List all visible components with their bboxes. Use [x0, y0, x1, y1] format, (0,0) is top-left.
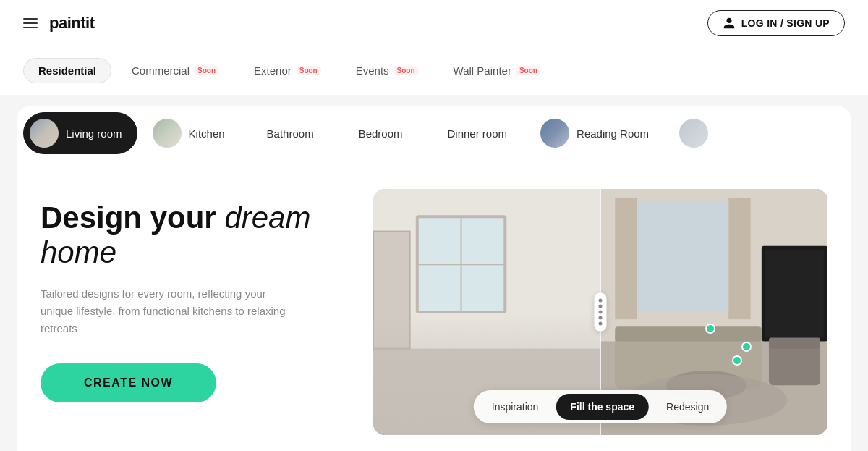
handle-dot-3: [599, 311, 603, 314]
svg-rect-13: [615, 198, 637, 319]
hero-title: Design your dream home: [41, 201, 344, 271]
hero-text: Design your dream home Tailored designs …: [41, 189, 344, 402]
tab-commercial[interactable]: Commercial Soon: [117, 59, 234, 83]
dinner-room-label: Dinner room: [448, 127, 508, 140]
divider-handle[interactable]: [595, 293, 607, 332]
handle-dot-2: [599, 305, 603, 308]
soon-badge-exterior: Soon: [296, 66, 321, 75]
svg-rect-20: [769, 337, 820, 348]
bedroom-label: Bedroom: [359, 127, 403, 140]
main-content: Living room Kitchen Bathroom Bedroom Din…: [0, 95, 868, 451]
green-dot-1[interactable]: [705, 324, 715, 334]
soon-badge-events: Soon: [393, 66, 419, 75]
green-dot-2[interactable]: [741, 342, 752, 352]
kitchen-label: Kitchen: [189, 127, 225, 140]
nav-tabs: Residential Commercial Soon Exterior Soo…: [0, 46, 868, 95]
bathroom-label: Bathroom: [267, 127, 314, 140]
tab-exterior[interactable]: Exterior Soon: [239, 59, 336, 83]
handle-dot-5: [599, 322, 603, 326]
logo: paintit: [49, 14, 95, 33]
svg-rect-18: [615, 326, 762, 341]
reading-room-thumb: [540, 119, 569, 148]
kitchen-thumb: [153, 119, 182, 148]
tab-redesign[interactable]: Redesign: [652, 394, 723, 420]
login-button[interactable]: LOG IN / SIGN UP: [707, 10, 845, 36]
soon-badge-commercial: Soon: [194, 66, 219, 75]
user-icon: [723, 17, 736, 30]
living-room-thumb: [30, 119, 59, 148]
reading-room-label: Reading Room: [576, 127, 649, 140]
svg-rect-7: [373, 232, 410, 349]
svg-rect-16: [765, 250, 824, 338]
room-chip-kitchen[interactable]: Kitchen: [146, 112, 240, 154]
room-chip-bathroom[interactable]: Bathroom: [249, 119, 332, 148]
hero-section: Design your dream home Tailored designs …: [17, 166, 851, 451]
room-chip-bedroom[interactable]: Bedroom: [341, 119, 421, 148]
tab-inspiration[interactable]: Inspiration: [477, 394, 553, 420]
handle-dot-4: [599, 316, 603, 320]
tab-events[interactable]: Events Soon: [341, 59, 433, 83]
header-left: paintit: [23, 14, 95, 33]
hamburger-menu[interactable]: [23, 18, 38, 28]
image-comparison: Inspiration Fill the space Redesign: [373, 189, 827, 435]
living-room-label: Living room: [66, 127, 122, 140]
tab-residential[interactable]: Residential: [23, 58, 111, 83]
header: paintit LOG IN / SIGN UP: [0, 0, 868, 46]
green-dot-3[interactable]: [732, 355, 742, 366]
svg-rect-14: [728, 198, 750, 319]
room-chip-dinner-room[interactable]: Dinner room: [430, 119, 526, 148]
login-label: LOG IN / SIGN UP: [741, 17, 830, 29]
create-now-button[interactable]: CREATE NOW: [41, 363, 216, 402]
room-chip-more[interactable]: [673, 112, 723, 154]
image-mode-tabs: Inspiration Fill the space Redesign: [474, 390, 727, 423]
extra-thumb: [679, 119, 708, 148]
hero-subtitle: Tailored designs for every room, reflect…: [41, 285, 301, 337]
room-chip-living-room[interactable]: Living room: [23, 112, 137, 154]
tab-wall-painter[interactable]: Wall Painter Soon: [439, 59, 556, 83]
svg-rect-12: [622, 202, 739, 312]
soon-badge-wall-painter: Soon: [516, 66, 541, 75]
comparison-container: Inspiration Fill the space Redesign: [373, 189, 827, 435]
tab-fill-space[interactable]: Fill the space: [556, 394, 649, 420]
room-chip-reading-room[interactable]: Reading Room: [534, 112, 664, 154]
room-categories: Living room Kitchen Bathroom Bedroom Din…: [17, 106, 851, 166]
handle-dot-1: [599, 299, 603, 303]
